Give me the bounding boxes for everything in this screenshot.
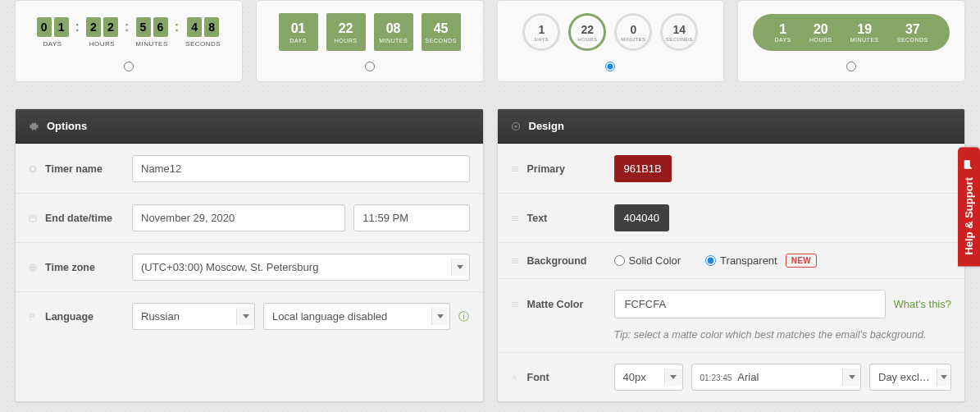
font-label: Font <box>527 372 549 383</box>
style-preview-1: 0 1 DAYS : 2 2 HOURS : 5 <box>24 7 234 57</box>
font-size-value: 40px <box>623 371 646 383</box>
timezone-select[interactable]: (UTC+03:00) Moscow, St. Petersburg <box>132 254 470 281</box>
unit-label: DAYS <box>289 38 307 43</box>
bg-solid-radio-input[interactable] <box>614 255 625 266</box>
row-timezone: Time zone (UTC+03:00) Moscow, St. Peters… <box>16 242 483 291</box>
font-size-select[interactable]: 40px <box>614 364 683 391</box>
digit: 5 <box>136 17 151 37</box>
help-support-label: Help & Support <box>963 177 975 255</box>
style-preview-3: 1DAYS 22HOURS 0MINUTES 14SECONDS <box>506 7 716 57</box>
value: 08 <box>386 21 401 36</box>
info-icon[interactable]: ⓘ <box>458 309 470 324</box>
lines-icon <box>511 300 521 309</box>
matte-tip: Tip: select a matte color which best mat… <box>614 329 927 341</box>
countdown-style-picker: 0 1 DAYS : 2 2 HOURS : 5 <box>0 0 980 92</box>
style-radio-2[interactable] <box>365 62 375 71</box>
unit-label: HOURS <box>809 37 832 43</box>
options-header: Options <box>16 109 483 144</box>
whats-this-link[interactable]: What's this? <box>894 298 951 310</box>
colon: : <box>74 17 81 37</box>
unit-label: SECONDS <box>897 37 928 43</box>
row-end-date: End date/time <box>16 193 483 242</box>
chevron-down-icon <box>937 369 950 386</box>
chat-icon <box>964 159 975 171</box>
style-card-2[interactable]: 01DAYS 22HOURS 08MINUTES 45SECONDS <box>256 0 484 82</box>
primary-label: Primary <box>527 163 566 175</box>
style-radio-3[interactable] <box>605 62 615 71</box>
font-family-select[interactable]: 01:23:45 Arial <box>691 364 862 391</box>
unit-label: HOURS <box>577 37 597 42</box>
svg-point-0 <box>30 166 36 172</box>
digit: 2 <box>103 17 118 37</box>
style-radio-1[interactable] <box>124 62 134 71</box>
local-language-value: Local language disabled <box>272 310 387 323</box>
unit-label: MINUTES <box>379 38 408 43</box>
unit-label: SECONDS <box>185 40 221 48</box>
svg-text:A: A <box>511 374 516 382</box>
value: 01 <box>291 21 306 36</box>
options-panel: Options Timer name End date/time <box>15 108 484 402</box>
layout-value: Day excl… <box>878 371 930 383</box>
primary-color-input[interactable]: 961B1B <box>614 155 672 182</box>
timer-name-input[interactable] <box>132 155 470 182</box>
chevron-down-icon <box>431 308 449 325</box>
end-date-label: End date/time <box>45 213 112 224</box>
row-font: A Font 40px 01:23:45 Arial Day excl… <box>498 352 965 401</box>
layout-select[interactable]: Day excl… <box>869 364 951 391</box>
chevron-down-icon <box>842 369 860 386</box>
bg-solid-label: Solid Color <box>629 254 681 267</box>
row-background: Background Solid Color Transparent NEW <box>498 242 965 278</box>
row-timer-name: Timer name <box>16 144 483 193</box>
colon: : <box>173 17 180 37</box>
calendar-icon <box>29 213 39 223</box>
row-primary-color: Primary 961B1B <box>498 144 965 193</box>
font-family-value: Arial <box>737 371 759 383</box>
end-time-input[interactable] <box>353 204 469 231</box>
design-panel: Design Primary 961B1B Text 404040 Bac <box>497 108 966 402</box>
style-card-3[interactable]: 1DAYS 22HOURS 0MINUTES 14SECONDS <box>497 0 725 82</box>
svg-point-7 <box>514 125 517 127</box>
unit-label: HOURS <box>335 38 358 43</box>
matte-label: Matte Color <box>527 299 584 310</box>
local-language-select[interactable]: Local language disabled <box>263 303 450 330</box>
unit-label: DAYS <box>43 40 62 48</box>
unit-label: MINUTES <box>621 37 646 42</box>
timezone-label: Time zone <box>45 262 95 273</box>
value: 1 <box>538 23 545 36</box>
design-header: Design <box>498 109 965 144</box>
font-icon: A <box>511 373 521 382</box>
chevron-down-icon <box>236 308 254 325</box>
bg-solid-radio[interactable]: Solid Color <box>614 254 681 267</box>
row-matte-color: Matte Color FCFCFA What's this? <box>498 278 965 329</box>
help-support-tab[interactable]: Help & Support <box>958 148 980 267</box>
digit: 4 <box>187 17 202 37</box>
value: 22 <box>581 23 595 36</box>
timezone-value: (UTC+03:00) Moscow, St. Petersburg <box>141 261 318 273</box>
bg-transparent-radio-input[interactable] <box>705 255 716 266</box>
row-language: Language Russian Local language disabled… <box>16 291 483 341</box>
lines-icon <box>511 213 521 223</box>
language-label: Language <box>45 311 93 323</box>
unit-label: DAYS <box>774 37 791 43</box>
lines-icon <box>511 256 521 266</box>
timer-name-label: Timer name <box>45 163 103 175</box>
background-label: Background <box>527 255 587 267</box>
matte-color-input[interactable]: FCFCFA <box>614 290 886 318</box>
text-color-input[interactable]: 404040 <box>614 204 669 231</box>
chevron-down-icon <box>451 259 469 276</box>
language-value: Russian <box>141 310 180 323</box>
unit-label: SECONDS <box>666 37 693 42</box>
style-radio-4[interactable] <box>846 62 856 71</box>
style-card-1[interactable]: 0 1 DAYS : 2 2 HOURS : 5 <box>15 0 243 82</box>
value: 1 <box>779 22 786 37</box>
language-select[interactable]: Russian <box>132 303 255 330</box>
svg-rect-1 <box>30 215 36 222</box>
unit-label: HOURS <box>89 40 115 48</box>
globe-icon <box>29 263 39 272</box>
chevron-down-icon <box>664 369 682 386</box>
bg-transparent-radio[interactable]: Transparent <box>705 254 777 267</box>
unit-label: MINUTES <box>135 40 168 48</box>
end-date-input[interactable] <box>132 204 345 231</box>
style-card-4[interactable]: 1DAYS 20HOURS 19MINUTES 37SECONDS <box>737 0 965 82</box>
gear-icon <box>29 121 39 131</box>
